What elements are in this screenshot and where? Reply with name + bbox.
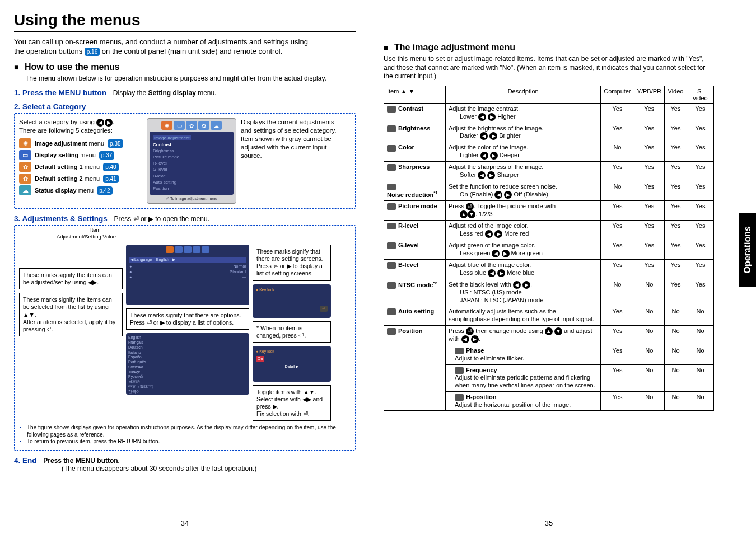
cell-desc: Adjust blue of the image color.Less blue…	[446, 259, 601, 279]
step4-sub: Press the MENU button.	[43, 457, 120, 465]
osd-row-3: Picture mode	[153, 154, 179, 160]
osd-mock-image: ✺ ▭ ✿ ✿ ☁ Image adjustment Contrast Brig…	[147, 118, 236, 204]
table-header-row: Item ▲ ▼ Description Computer Y/PB/PR Vi…	[384, 86, 714, 103]
cat-3-label: Default setting 2	[35, 175, 83, 182]
th-ypbpr: Y/PB/PR	[634, 86, 664, 103]
display-icon: ▭	[19, 150, 31, 160]
table-row: Picture modePress ⏎. Toggle the picture …	[384, 201, 714, 221]
note-options: These marks signify that there are optio…	[126, 308, 249, 330]
row-icon	[387, 125, 396, 132]
left-right-icons: ◀▶	[96, 119, 113, 127]
notes-list: The figure shows displays given for oper…	[19, 424, 351, 446]
cell-item: B-level	[384, 259, 446, 279]
adjustments-box: Item Adjustment/Setting Value These mark…	[14, 225, 356, 451]
cell-item: NTSC mode*2	[384, 279, 446, 306]
th-item: Item ▲ ▼	[384, 86, 446, 103]
th-desc: Description	[446, 86, 601, 103]
cell-val: Yes	[601, 221, 634, 240]
cat-1-ref: p.37	[99, 151, 114, 160]
cell-val: Yes	[634, 221, 664, 240]
cell-desc: Set the function to reduce screen noise.…	[446, 181, 601, 201]
osd-row-5: G-level	[153, 167, 167, 172]
cat-4-label: Status display	[35, 187, 77, 194]
cell-val: No	[634, 345, 664, 365]
cell-val: Yes	[665, 142, 687, 162]
cell-val: Yes	[687, 181, 714, 201]
tools2-icon: ✿	[19, 174, 31, 184]
osd-section-label: Image adjustment	[153, 135, 191, 140]
cell-sub-desc: PhaseAdjust to eliminate flicker.	[446, 345, 601, 365]
cell-val: Yes	[634, 201, 664, 221]
cell-desc: Adjust the color of the image.Lighter ◀ …	[446, 142, 601, 162]
section-image-adj-label: The image adjustment menu	[394, 43, 515, 52]
cell-val: No	[601, 142, 634, 162]
table-row: NTSC mode*2Set the black level with ◀ ▶.…	[384, 279, 714, 306]
cell-sub-desc: H-positionAdjust the horizontal position…	[446, 391, 601, 411]
cat-4-ref: p.42	[97, 186, 112, 195]
cell-val: No	[665, 391, 687, 411]
cell-desc: Adjust the sharpness of the image.Softer…	[446, 162, 601, 181]
square-bullet-icon-2: ■	[384, 43, 388, 52]
cat-3-suffix: menu	[83, 175, 100, 182]
cell-val: Yes	[634, 181, 664, 201]
bullet-0: The figure shows displays given for oper…	[27, 424, 351, 438]
cell-val: No	[634, 325, 664, 345]
cell-item: Sharpness	[384, 162, 446, 181]
step2-select-text: Select a category by using	[19, 119, 96, 125]
cat-0-label: Image adjustment	[35, 140, 87, 147]
step-1: 1. Press the MENU button Display the Set…	[14, 88, 356, 97]
cell-val: Yes	[634, 162, 664, 181]
cell-val: Yes	[601, 162, 634, 181]
page-number-left: 34	[0, 519, 370, 527]
osd-tab-4: ✿	[198, 121, 209, 130]
image-adjustment-table: Item ▲ ▼ Description Computer Y/PB/PR Vi…	[384, 86, 714, 411]
cell-val: No	[665, 306, 687, 326]
table-row: BrightnessAdjust the brightness of the i…	[384, 123, 714, 142]
cell-val: Yes	[687, 201, 714, 221]
row-icon	[387, 282, 396, 289]
cell-val: Yes	[687, 221, 714, 240]
table-row: R-levelAdjust red of the image color.Les…	[384, 221, 714, 240]
osd-row-1: Contrast	[153, 142, 171, 147]
guide-adj-label: Adjustment/Setting Value	[57, 233, 116, 240]
cell-val: No	[687, 325, 714, 345]
cell-val: No	[687, 391, 714, 411]
row-icon	[387, 184, 396, 190]
cell-val: Yes	[634, 240, 664, 260]
cell-val: Yes	[665, 279, 687, 306]
cell-val: No	[665, 325, 687, 345]
cell-desc: Press ⏎. Toggle the picture mode with▲▼.…	[446, 201, 601, 221]
section-how-to: ■ How to use the menus	[14, 62, 356, 72]
cell-val: Yes	[687, 240, 714, 260]
cell-val: No	[601, 279, 634, 306]
cell-val: Yes	[665, 221, 687, 240]
cell-val: Yes	[665, 162, 687, 181]
cat-1-label: Display setting	[35, 152, 78, 158]
cell-item: Color	[384, 142, 446, 162]
bullet-1: To return to previous item, press the RE…	[27, 438, 351, 446]
osd-tab-3: ✿	[186, 121, 197, 130]
page-ref-p16: p.16	[85, 48, 100, 56]
cell-val: Yes	[665, 259, 687, 279]
cell-val: Yes	[687, 142, 714, 162]
row-icon	[387, 203, 396, 210]
cell-item: R-level	[384, 221, 446, 240]
table-row: Noise reduction*1Set the function to red…	[384, 181, 714, 201]
step3-label: 3. Adjustments & Settings	[14, 214, 108, 223]
row-icon	[387, 145, 396, 152]
step-3: 3. Adjustments & Settings Press ⏎ or ▶ t…	[14, 214, 356, 223]
cell-item: G-level	[384, 240, 446, 260]
osd-tab-2: ▭	[174, 121, 185, 130]
note-adj-arrows: These marks signify the items can be adj…	[19, 268, 123, 289]
step1-sub-post: menu.	[196, 89, 217, 97]
osd-row-8: Position	[153, 186, 169, 191]
cell-val: No	[687, 364, 714, 391]
category-right-desc: Displays the current adjustments and set…	[241, 118, 342, 204]
cat-2-label: Default setting 1	[35, 163, 83, 170]
th-svideo: S-video	[687, 86, 714, 103]
th-computer: Computer	[601, 86, 634, 103]
cell-val: No	[634, 364, 664, 391]
cell-val: Yes	[634, 142, 664, 162]
cell-val: Yes	[665, 240, 687, 260]
cat-2-suffix: menu	[83, 163, 100, 170]
